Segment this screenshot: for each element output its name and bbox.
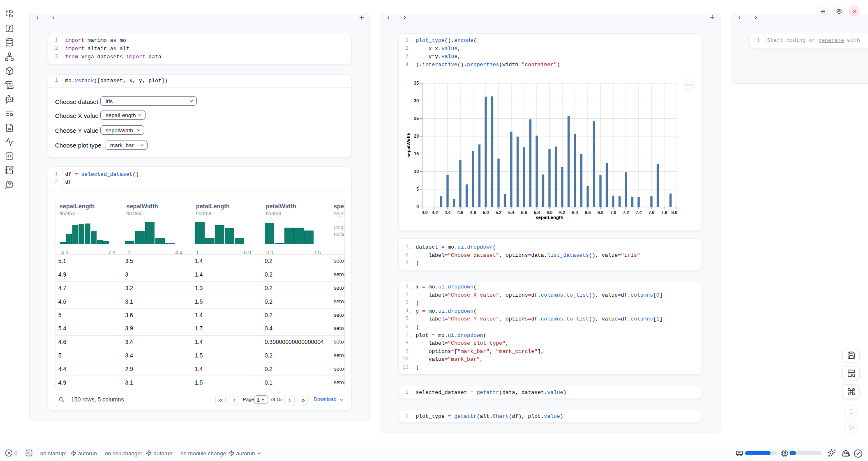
- svg-text:5.8: 5.8: [534, 210, 540, 215]
- svg-text:30: 30: [414, 99, 419, 104]
- svg-text:15: 15: [414, 152, 419, 157]
- svg-text:20: 20: [414, 134, 419, 139]
- svg-text:8.0: 8.0: [671, 210, 677, 215]
- svg-text:7.4: 7.4: [636, 210, 642, 215]
- svg-text:0: 0: [416, 205, 419, 210]
- svg-text:sepalWidth: sepalWidth: [406, 133, 411, 158]
- svg-text:7.2: 7.2: [623, 210, 629, 215]
- svg-text:6.2: 6.2: [559, 210, 566, 215]
- svg-text:10: 10: [414, 169, 419, 174]
- svg-text:4.0: 4.0: [422, 210, 428, 215]
- svg-text:7.8: 7.8: [661, 210, 667, 215]
- svg-text:7.6: 7.6: [649, 210, 655, 215]
- svg-text:5: 5: [416, 187, 419, 192]
- svg-text:35: 35: [414, 81, 419, 86]
- svg-text:4.8: 4.8: [470, 210, 476, 215]
- svg-text:6.6: 6.6: [585, 210, 591, 215]
- svg-text:sepalLength: sepalLength: [536, 215, 563, 220]
- svg-text:6.4: 6.4: [572, 210, 578, 215]
- svg-text:7.0: 7.0: [610, 210, 616, 215]
- svg-text:6.0: 6.0: [547, 210, 553, 215]
- svg-text:5.0: 5.0: [483, 210, 489, 215]
- svg-text:4.6: 4.6: [457, 210, 464, 215]
- svg-text:25: 25: [414, 116, 419, 121]
- svg-text:4.2: 4.2: [432, 210, 438, 215]
- svg-text:5.6: 5.6: [521, 210, 527, 215]
- svg-text:4.4: 4.4: [445, 210, 451, 215]
- svg-text:6.8: 6.8: [598, 210, 604, 215]
- svg-text:5.2: 5.2: [496, 210, 502, 215]
- svg-text:5.4: 5.4: [508, 210, 515, 215]
